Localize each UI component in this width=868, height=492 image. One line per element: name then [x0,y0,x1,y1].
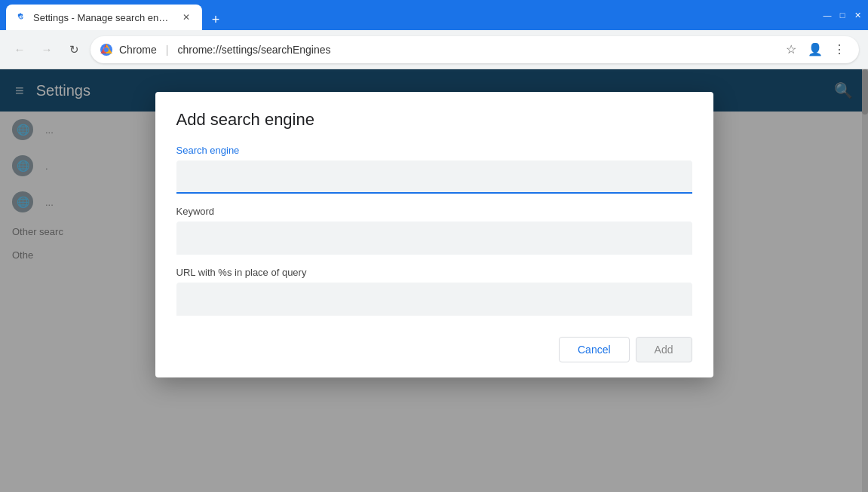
close-window-button[interactable]: ✕ [853,11,862,20]
modal-overlay: Add search engine Search engine Keyword … [0,69,868,492]
url-bar: ← → ↻ Chrome | chrome://settings/searchE… [0,30,868,69]
cancel-button[interactable]: Cancel [559,337,630,362]
keyword-input[interactable] [176,222,692,255]
tab-favicon [15,11,27,23]
minimize-button[interactable]: — [823,11,832,20]
add-search-engine-dialog: Add search engine Search engine Keyword … [155,92,713,377]
dialog-actions: Cancel Add [176,337,692,362]
back-button[interactable]: ← [9,39,30,60]
title-bar: Settings - Manage search engine ✕ + — □ … [0,0,868,30]
profile-icon[interactable]: 👤 [805,39,826,60]
settings-background: ≡ Settings 🔍 🌐 ... ⋮ 🌐 . ⋮ 🌐 ... ⋮ Ot [0,69,868,492]
new-tab-button[interactable]: + [205,9,226,30]
back-icon: ← [14,43,26,56]
dialog-title: Add search engine [176,110,692,130]
search-engine-label: Search engine [176,145,692,156]
bookmark-icon[interactable]: ☆ [781,39,802,60]
chrome-security-icon [100,43,113,57]
url-input[interactable] [176,283,692,316]
tab-title: Settings - Manage search engine [33,12,173,23]
tab-close-button[interactable]: ✕ [179,11,193,24]
add-button[interactable]: Add [636,337,692,362]
url-text: chrome://settings/searchEngines [177,44,774,56]
keyword-label: Keyword [176,206,692,217]
svg-point-2 [104,47,109,52]
forward-button[interactable]: → [36,39,57,60]
refresh-icon: ↻ [69,43,79,57]
search-engine-input[interactable] [176,160,692,194]
menu-icon[interactable]: ⋮ [829,39,850,60]
forward-icon: → [41,43,53,56]
url-action-icons: ☆ 👤 ⋮ [781,39,850,60]
window-controls: — □ ✕ [823,11,862,20]
tab-strip: Settings - Manage search engine ✕ + [6,0,817,30]
url-separator: | [163,44,172,56]
url-label: URL with %s in place of query [176,267,692,278]
maximize-button[interactable]: □ [838,11,847,20]
chrome-label: Chrome [119,44,157,56]
active-tab[interactable]: Settings - Manage search engine ✕ [6,5,202,30]
refresh-button[interactable]: ↻ [63,39,84,60]
url-input-wrap[interactable]: Chrome | chrome://settings/searchEngines… [90,36,859,63]
